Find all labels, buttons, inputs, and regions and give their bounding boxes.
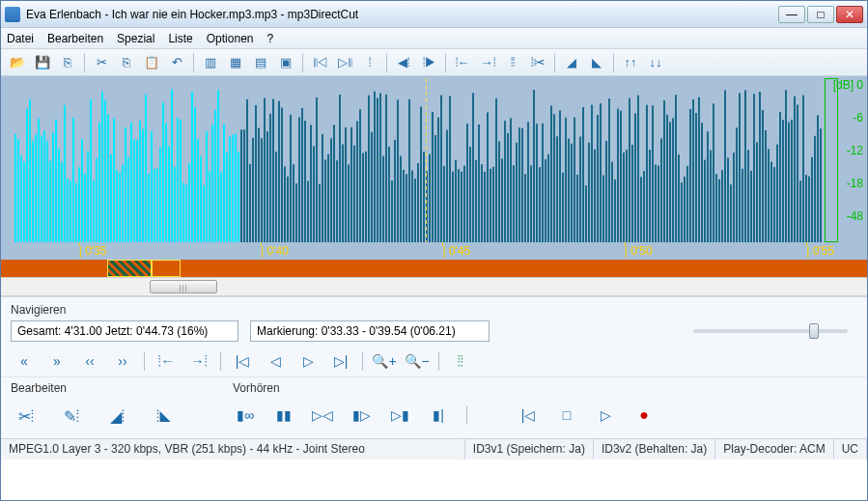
edit-tool-button[interactable]: ✎⦙ [56, 403, 87, 430]
nudge-left-icon[interactable]: ◀⦙ [393, 52, 414, 73]
fade-in-icon[interactable]: ◢ [561, 52, 582, 73]
goto-sel-start-button[interactable]: ⦙← [153, 349, 180, 373]
h-scrollbar[interactable]: ||| [1, 277, 867, 296]
set-end-icon[interactable]: ▷⦀ [334, 52, 355, 73]
trim-left-icon[interactable]: ⦙← [452, 52, 473, 73]
undo-icon[interactable]: ↶ [166, 52, 187, 73]
save-icon[interactable]: 💾 [32, 52, 53, 73]
goto-sel-end-button[interactable]: →⦙ [185, 349, 212, 373]
next-cue-button[interactable]: ▷| [327, 349, 354, 373]
waveform[interactable]: [dB] 0 -6 -12 -18 -48 | 0'35| 0'40| 0'45… [1, 76, 867, 260]
scrollbar-thumb[interactable]: ||| [150, 280, 217, 293]
menu-datei[interactable]: Datei [7, 32, 34, 45]
menubar: Datei Bearbeiten Spezial Liste Optionen … [1, 28, 867, 49]
navigate-label: Navigieren [11, 303, 857, 317]
prev-cue-button[interactable]: |◁ [229, 349, 256, 373]
trim-start-button[interactable]: ◢⦙ [102, 403, 133, 430]
stop-button[interactable]: □ [554, 403, 579, 428]
status-format: MPEG1.0 Layer 3 - 320 kbps, VBR (251 kbp… [1, 439, 465, 459]
overview-cursor[interactable] [152, 260, 181, 277]
forward-fast-button[interactable]: » [43, 349, 70, 373]
overview-selection[interactable] [107, 260, 152, 277]
edit-panel: Bearbeiten ✂⦙ ✎⦙ ◢⦙ ⦙◣ [11, 381, 233, 431]
minimize-button[interactable]: — [778, 6, 805, 23]
play-sel-button[interactable]: ▮▮ [271, 403, 296, 428]
app-icon [5, 7, 20, 22]
titlebar[interactable]: Eva Erlenbach - Ich war nie ein Hocker.m… [1, 1, 867, 28]
trim-right-icon[interactable]: →⦙ [477, 52, 498, 73]
fade-out-icon[interactable]: ◣ [586, 52, 607, 73]
selection-field[interactable]: Markierung: 0'33.33 - 0'39.54 (0'06.21) [250, 320, 490, 342]
play-from-button[interactable]: ▷◁ [310, 403, 335, 428]
rewind-button[interactable]: ‹‹ [76, 349, 103, 373]
status-id3v2: ID3v2 (Behalten: Ja) [594, 439, 715, 459]
time-ruler: | 0'35| 0'40| 0'45| 0'50| 0'55 [1, 244, 867, 258]
menu-spezial[interactable]: Spezial [117, 32, 154, 45]
zoom-sel-icon[interactable]: ▦ [225, 52, 246, 73]
cue-icon[interactable]: ⦙ [359, 52, 380, 73]
total-time-field[interactable]: Gesamt: 4'31.00 Jetzt: 0'44.73 (16%) [11, 320, 238, 342]
copy-icon[interactable]: ⎘ [116, 52, 137, 73]
forward-button[interactable]: ›› [109, 349, 136, 373]
split-icon[interactable]: ⦙✂ [527, 52, 548, 73]
maximize-button[interactable]: □ [807, 6, 834, 23]
navigate-panel: Navigieren Gesamt: 4'31.00 Jetzt: 0'44.7… [1, 296, 867, 376]
menu-bearbeiten[interactable]: Bearbeiten [47, 32, 103, 45]
overview-bar[interactable] [1, 260, 867, 277]
db-scale: [dB] 0 -6 -12 -18 -48 [833, 78, 863, 242]
app-window: Eva Erlenbach - Ich war nie ein Hocker.m… [0, 0, 868, 501]
menu-liste[interactable]: Liste [168, 32, 192, 45]
play-in-button[interactable]: ▮▷ [349, 403, 374, 428]
window-title: Eva Erlenbach - Ich war nie ein Hocker.m… [26, 8, 778, 21]
menu-help[interactable]: ? [266, 32, 273, 45]
status-uc: UC [834, 439, 867, 459]
cut-icon[interactable]: ✂ [91, 52, 112, 73]
step-fwd-button[interactable]: ▷ [294, 349, 322, 373]
position-slider[interactable] [517, 320, 848, 342]
crop-icon[interactable]: ⦙⦙ [502, 52, 523, 73]
set-begin-icon[interactable]: ⦀◁ [309, 52, 330, 73]
paste-icon[interactable]: 📋 [141, 52, 162, 73]
status-id3v1: ID3v1 (Speichern: Ja) [465, 439, 594, 459]
zoom-in-button[interactable]: 🔍+ [371, 349, 398, 373]
toggle-marks-button[interactable]: ⦙⦙ [447, 349, 474, 373]
play-out-button[interactable]: ▷▮ [387, 403, 412, 428]
preview-panel: Vorhören ▮∞ ▮▮ ▷◁ ▮▷ ▷▮ ▮| |◁ □ ▷ ● [233, 381, 857, 431]
play-to-end-button[interactable]: ▮| [426, 403, 451, 428]
menu-optionen[interactable]: Optionen [207, 32, 254, 45]
toolbar: 📂 💾 ⎘ ✂ ⎘ 📋 ↶ ▥ ▦ ▤ ▣ ⦀◁ ▷⦀ ⦙ ◀⦙ ⦙▶ ⦙← →… [1, 49, 867, 76]
cut-tool-button[interactable]: ✂⦙ [11, 403, 42, 430]
gain-up-icon[interactable]: ↑↑ [620, 52, 641, 73]
nudge-right-icon[interactable]: ⦙▶ [418, 52, 439, 73]
nav-buttons: « » ‹‹ ›› ⦙← →⦙ |◁ ◁ ▷ ▷| 🔍+ 🔍− ⦙⦙ [11, 349, 857, 373]
record-button[interactable]: ● [631, 403, 657, 428]
trim-end-button[interactable]: ⦙◣ [148, 404, 179, 431]
zoom-full-icon[interactable]: ▣ [275, 52, 296, 73]
zoom-out-icon[interactable]: ▤ [250, 52, 271, 73]
step-back-button[interactable]: ◁ [262, 349, 289, 373]
edit-label: Bearbeiten [11, 381, 233, 395]
preview-label: Vorhören [233, 381, 857, 395]
close-button[interactable]: ✕ [836, 6, 863, 23]
zoom-out-button[interactable]: 🔍− [404, 349, 431, 373]
skip-back-button[interactable]: |◁ [516, 403, 541, 428]
play-loop-button[interactable]: ▮∞ [233, 403, 258, 428]
statusbar: MPEG1.0 Layer 3 - 320 kbps, VBR (251 kbp… [1, 438, 867, 459]
open-icon[interactable]: 📂 [7, 52, 28, 73]
save-sel-icon[interactable]: ⎘ [57, 52, 78, 73]
zoom-in-icon[interactable]: ▥ [200, 52, 221, 73]
gain-down-icon[interactable]: ↓↓ [645, 52, 666, 73]
status-decoder: Play-Decoder: ACM [715, 439, 833, 459]
play-button[interactable]: ▷ [593, 403, 618, 428]
rewind-fast-button[interactable]: « [11, 349, 38, 373]
